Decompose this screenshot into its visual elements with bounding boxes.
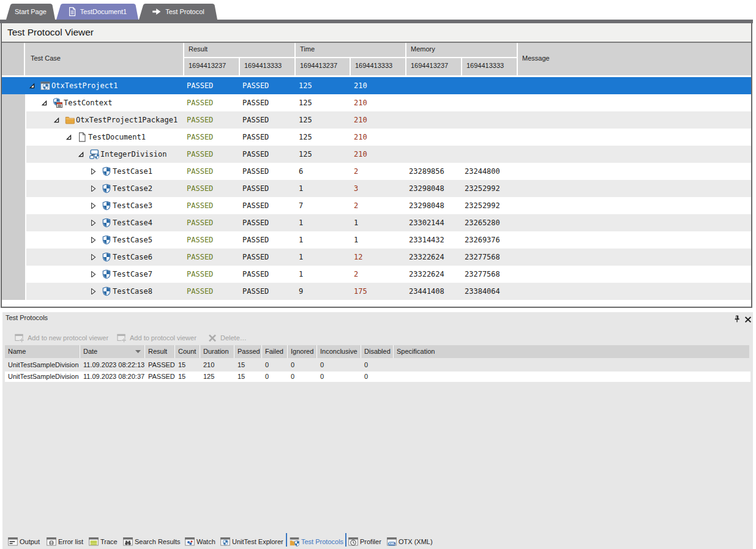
time-run2-cell: 175: [354, 283, 367, 300]
collapsed-icon[interactable]: [90, 237, 96, 243]
column-header-date[interactable]: Date: [80, 345, 145, 358]
column-header-memory-run1[interactable]: 1694413237: [405, 58, 461, 75]
column-group-result[interactable]: Result: [183, 43, 294, 57]
test-case-row[interactable]: OtxTestProject1Package1 PASSED PASSED 12…: [2, 111, 751, 129]
toolbar-button[interactable]: Add to protocol viewer: [117, 333, 196, 343]
result-run1-cell: PASSED: [187, 197, 213, 214]
column-header-ignored[interactable]: Ignored: [288, 345, 317, 358]
row-header-cell[interactable]: [2, 248, 26, 266]
expanded-icon[interactable]: [78, 151, 84, 157]
row-header-cell[interactable]: [2, 266, 26, 283]
tree-cell: TestCase4: [90, 214, 152, 231]
toolbar-button[interactable]: Delete…: [208, 333, 247, 343]
expanded-icon[interactable]: [65, 134, 72, 140]
bottom-bar-item-profiler[interactable]: Profiler: [348, 535, 381, 548]
column-header-duration[interactable]: Duration: [200, 345, 234, 358]
bottom-bar-item-watch[interactable]: Watch: [185, 535, 215, 548]
arrow-icon: [152, 7, 162, 17]
test-case-row[interactable]: TestCase7 PASSED PASSED 1 2 23322624 232…: [2, 266, 751, 283]
row-header-cell[interactable]: [2, 146, 26, 163]
column-header-failed[interactable]: Failed: [262, 345, 288, 358]
bottom-bar-item-search-results[interactable]: Search Results: [123, 535, 181, 548]
row-header-cell[interactable]: [2, 180, 26, 197]
row-header-cell[interactable]: [2, 197, 26, 214]
column-header-result[interactable]: Result: [145, 345, 175, 358]
row-header-cell[interactable]: [2, 111, 26, 129]
row-header-cell[interactable]: [2, 94, 26, 111]
test-case-row[interactable]: TestCase3 PASSED PASSED 7 2 23298048 232…: [2, 197, 751, 214]
time-run2-cell: 210: [354, 146, 367, 163]
column-header-inconclusive[interactable]: Inconclusive: [317, 345, 361, 358]
test-case-row[interactable]: TestDocument1 PASSED PASSED 125 210: [2, 129, 751, 146]
row-header-cell[interactable]: [2, 163, 26, 180]
protocol-row[interactable]: UnitTestSampleDivision11.09.2023 08:20:3…: [5, 372, 750, 382]
time-run1-cell: 125: [299, 111, 312, 129]
collapsed-icon[interactable]: [90, 168, 96, 174]
collapsed-icon[interactable]: [90, 203, 96, 209]
column-header-time-run2[interactable]: 1694413333: [350, 58, 405, 75]
column-header-message[interactable]: Message: [517, 43, 751, 75]
expanded-icon[interactable]: [53, 117, 59, 123]
result-run2-cell: PASSED: [242, 77, 269, 94]
bottom-bar-item-unittest-explorer[interactable]: UnitTest Explorer: [220, 535, 283, 548]
collapsed-icon[interactable]: [90, 220, 96, 226]
column-group-memory[interactable]: Memory: [405, 43, 517, 57]
row-header-cell[interactable]: [2, 283, 26, 300]
column-header-passed[interactable]: Passed: [234, 345, 262, 358]
protocol-row[interactable]: UnitTestSampleDivision11.09.2023 08:22:1…: [5, 358, 750, 372]
bottom-bar-item-output[interactable]: Output: [8, 535, 40, 548]
collapsed-icon[interactable]: [90, 271, 96, 277]
column-header-name[interactable]: Name: [5, 345, 80, 358]
column-header-specification[interactable]: Specification: [394, 345, 749, 358]
column-header-disabled[interactable]: Disabled: [361, 345, 394, 358]
toolbar-button[interactable]: Add to new protocol viewer: [15, 333, 108, 343]
close-icon[interactable]: [743, 315, 753, 324]
test-case-row[interactable]: TestCase2 PASSED PASSED 1 3 23298048 232…: [2, 180, 751, 197]
test-case-row[interactable]: IntegerDivision PASSED PASSED 125 210: [2, 146, 751, 163]
expanded-icon[interactable]: [41, 100, 47, 106]
expanded-icon[interactable]: [29, 83, 35, 89]
row-header-cell[interactable]: [2, 129, 26, 146]
row-header-cell[interactable]: [2, 77, 26, 94]
tab-test-protocol[interactable]: Test Protocol: [139, 4, 217, 20]
column-header-result-run2[interactable]: 1694413333: [239, 58, 294, 75]
column-header-count[interactable]: Count: [175, 345, 200, 358]
bottom-bar-item-test-protocols[interactable]: Test Protocols: [290, 535, 343, 548]
column-group-time[interactable]: Time: [294, 43, 405, 57]
active-item-separator: [345, 533, 346, 547]
test-case-row[interactable]: TestCase5 PASSED PASSED 1 1 23314432 232…: [2, 231, 751, 248]
time-run1-cell: 125: [299, 77, 312, 94]
tree-cell: TestCase7: [90, 266, 152, 283]
column-header-memory-run2[interactable]: 1694413333: [461, 58, 517, 75]
column-header-test-case[interactable]: Test Case: [26, 43, 183, 75]
bottom-bar-item-error-list[interactable]: Error list: [47, 535, 83, 548]
collapsed-icon[interactable]: [90, 288, 96, 294]
bottom-bar-item-otx-xml-[interactable]: OTX (XML): [387, 535, 433, 548]
test-case-row[interactable]: TestCase4 PASSED PASSED 1 1 23302144 232…: [2, 214, 751, 231]
collapsed-icon[interactable]: [90, 185, 96, 192]
row-header-cell[interactable]: [2, 231, 26, 248]
row-header-cell[interactable]: [2, 214, 26, 231]
tab-test-document1[interactable]: TestDocument1: [56, 4, 138, 20]
pin-icon[interactable]: [732, 315, 742, 324]
collapsed-icon[interactable]: [90, 254, 96, 260]
toolbar-button-label: Delete…: [220, 334, 247, 342]
test-case-row[interactable]: TestCase6 PASSED PASSED 1 12 23322624 23…: [2, 248, 751, 266]
failed-cell: 0: [262, 358, 288, 372]
test-case-row[interactable]: TestCase8 PASSED PASSED 9 175 23441408 2…: [2, 283, 751, 300]
test-case-row[interactable]: TestContext PASSED PASSED 125 210: [2, 94, 751, 111]
column-header-result-run1[interactable]: 1694413237: [183, 58, 239, 75]
disabled-cell: 0: [361, 372, 394, 382]
tab-test-document1-label: TestDocument1: [80, 8, 127, 15]
bottom-panel-bar: Output Error list Trace Search Results W…: [0, 531, 753, 549]
tab-start-page[interactable]: Start Page: [6, 4, 55, 20]
test-case-row[interactable]: OtxTestProject1 PASSED PASSED 125 210: [2, 77, 751, 94]
testcase-icon: [102, 166, 111, 176]
bottom-bar-item-trace[interactable]: Trace: [89, 535, 118, 548]
error-list-icon: [47, 537, 56, 547]
time-run1-cell: 1: [299, 248, 303, 266]
watch-icon: [185, 537, 195, 547]
column-header-time-run1[interactable]: 1694413237: [294, 58, 350, 75]
test-case-row[interactable]: TestCase1 PASSED PASSED 6 2 23289856 232…: [2, 163, 751, 180]
bottom-bar-item-label: Test Protocols: [301, 538, 343, 545]
